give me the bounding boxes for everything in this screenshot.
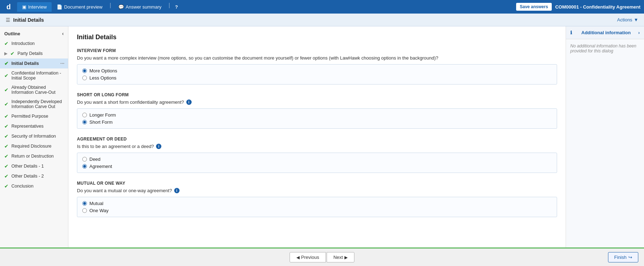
section-heading: AGREEMENT OR DEED [77, 137, 557, 142]
radio-agreement[interactable] [82, 164, 87, 169]
sidebar-item-label: Confidential Information - Initial Scope [11, 71, 64, 81]
additional-info-label: Additional information [581, 30, 631, 35]
section-heading: INTERVIEW FORM [77, 48, 557, 53]
check-icon: ✔ [4, 101, 9, 107]
sidebar-item-label: Permitted Purpose [11, 114, 48, 119]
tab-document-preview[interactable]: 📄 Document preview [52, 2, 108, 12]
tab-divider: | [110, 2, 111, 12]
sidebar-collapse-button[interactable]: ‹ [62, 31, 64, 36]
sidebar-item-return-or-destruction[interactable]: ✔ Return or Destruction [0, 151, 68, 161]
radio-label: Agreement [89, 164, 112, 169]
sidebar-item-label: Independently Developed Information Carv… [11, 99, 64, 109]
sidebar-item-other-details-1[interactable]: ✔ Other Details - 1 [0, 161, 68, 171]
radio-longer-form[interactable] [82, 113, 87, 117]
radio-option-more-options[interactable]: More Options [82, 68, 552, 73]
sidebar-item-label: Other Details - 1 [11, 164, 44, 169]
save-answers-button[interactable]: Save answers [516, 3, 551, 11]
radio-option-one-way[interactable]: One Way [82, 208, 552, 213]
app-logo: d [4, 2, 14, 12]
sidebar-item-label: Introduction [11, 41, 35, 46]
sidebar-item-other-details-2[interactable]: ✔ Other Details - 2 [0, 171, 68, 181]
radio-group-agreement-deed: Deed Agreement [77, 153, 557, 173]
radio-less-options[interactable] [82, 76, 87, 80]
radio-short-form[interactable] [82, 120, 87, 124]
document-preview-icon: 📄 [57, 4, 62, 10]
finish-label: Finish [614, 255, 627, 260]
radio-deed[interactable] [82, 157, 87, 162]
info-icon[interactable]: i [156, 144, 161, 149]
section-heading: MUTUAL OR ONE WAY [77, 181, 557, 186]
radio-label: Mutual [89, 201, 103, 206]
sidebar-item-conclusion[interactable]: ✔ Conclusion [0, 181, 68, 191]
finish-button[interactable]: Finish ↪ [608, 252, 638, 262]
check-icon: ✔ [4, 73, 9, 78]
previous-button[interactable]: ◀ Previous [290, 252, 326, 262]
check-icon: ✔ [4, 163, 9, 169]
radio-option-deed[interactable]: Deed [82, 157, 552, 162]
sidebar-item-label: Other Details - 2 [11, 174, 44, 179]
finish-icon: ↪ [628, 255, 632, 260]
top-bar-tabs: ▣ Interview 📄 Document preview | 💬 Answe… [17, 2, 181, 12]
sidebar-item-confidential-info[interactable]: ✔ Confidential Information - Initial Sco… [0, 68, 68, 83]
section-question: Do you want a short form confidentiality… [77, 99, 557, 105]
tab-interview[interactable]: ▣ Interview [17, 2, 52, 12]
main-layout: Outline ‹ ✔ Introduction ▶ ✔ Party Detai… [0, 26, 644, 247]
radio-more-options[interactable] [82, 68, 87, 73]
radio-label: One Way [89, 208, 109, 213]
previous-arrow-icon: ◀ [296, 255, 300, 260]
answer-summary-icon: 💬 [118, 4, 124, 10]
radio-option-less-options[interactable]: Less Options [82, 75, 552, 81]
radio-option-short-form[interactable]: Short Form [82, 119, 552, 125]
additional-info-icon: ℹ [570, 30, 572, 35]
radio-one-way[interactable] [82, 208, 87, 213]
radio-mutual[interactable] [82, 201, 87, 206]
sidebar-item-security-of-info[interactable]: ✔ Security of Information [0, 131, 68, 141]
sidebar-item-label: Required Disclosure [11, 144, 52, 149]
check-icon: ✔ [4, 113, 9, 119]
right-panel-header[interactable]: ℹ Additional information › [566, 26, 644, 39]
sidebar-item-required-disclosure[interactable]: ✔ Required Disclosure [0, 141, 68, 151]
sidebar-item-party-details[interactable]: ▶ ✔ Party Details [0, 48, 68, 58]
section-mutual-one-way: MUTUAL OR ONE WAY Do you want a mutual o… [77, 181, 557, 217]
sub-header-title: Initial Details [13, 17, 44, 23]
radio-option-agreement[interactable]: Agreement [82, 164, 552, 169]
interview-tab-icon: ▣ [22, 4, 26, 10]
section-question: Do you want a more complex interview (mo… [77, 55, 557, 61]
section-interview-form: INTERVIEW FORM Do you want a more comple… [77, 48, 557, 85]
sidebar-item-permitted-purpose[interactable]: ✔ Permitted Purpose [0, 111, 68, 121]
info-icon[interactable]: i [186, 99, 192, 105]
tab-answer-summary[interactable]: 💬 Answer summary [113, 2, 166, 12]
radio-label: Less Options [89, 75, 116, 81]
sidebar-item-already-obtained[interactable]: ✔ Already Obtained Information Carve-Out [0, 83, 68, 97]
actions-dropdown[interactable]: Actions ▼ [617, 17, 638, 22]
section-question: Is this to be an agreement or a deed? i [77, 144, 557, 149]
info-icon[interactable]: i [174, 188, 180, 193]
help-button[interactable]: ? [172, 2, 181, 12]
sidebar-item-label: Return or Destruction [11, 154, 54, 159]
right-panel-content: No additional information has been provi… [566, 39, 644, 58]
footer-nav: ◀ Previous Next ▶ [290, 252, 354, 262]
next-button[interactable]: Next ▶ [327, 252, 354, 262]
section-short-long-form: SHORT OR LONG FORM Do you want a short f… [77, 92, 557, 129]
radio-option-longer-form[interactable]: Longer Form [82, 112, 552, 118]
radio-group-interview-form: More Options Less Options [77, 64, 557, 85]
sidebar-item-representatives[interactable]: ✔ Representatives [0, 121, 68, 131]
sub-header: ☰ Initial Details Actions ▼ [0, 14, 644, 26]
next-arrow-icon: ▶ [344, 255, 348, 260]
section-heading: SHORT OR LONG FORM [77, 92, 557, 97]
check-icon: ✔ [4, 183, 9, 189]
sidebar-item-independently-developed[interactable]: ✔ Independently Developed Information Ca… [0, 97, 68, 111]
right-panel: ℹ Additional information › No additional… [566, 26, 644, 247]
document-title: COM00001 - Confidentiality Agreement [555, 4, 640, 10]
outline-label: Outline [4, 31, 20, 36]
radio-group-form-length: Longer Form Short Form [77, 108, 557, 129]
sidebar-item-initial-details[interactable]: ✔ Initial Details ··· [0, 58, 68, 68]
top-bar: d ▣ Interview 📄 Document preview | 💬 Ans… [0, 0, 644, 14]
page-title: Initial Details [77, 34, 557, 41]
sidebar-item-label: Security of Information [11, 134, 56, 139]
sidebar-item-label: Representatives [11, 124, 43, 129]
sidebar-item-introduction[interactable]: ✔ Introduction [0, 39, 68, 48]
more-options-icon[interactable]: ··· [60, 61, 64, 66]
top-bar-right: Save answers COM00001 - Confidentiality … [516, 3, 640, 11]
radio-option-mutual[interactable]: Mutual [82, 201, 552, 206]
